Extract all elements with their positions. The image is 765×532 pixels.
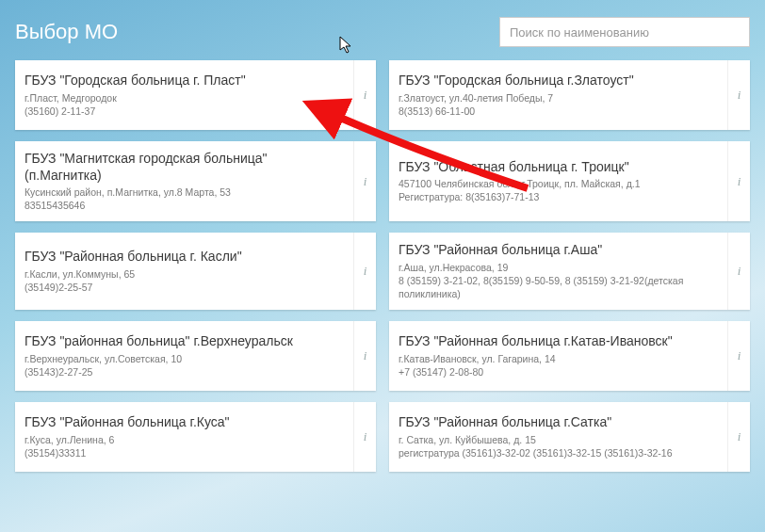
info-icon[interactable]: i xyxy=(727,60,750,130)
org-title: ГБУЗ "Районная больница г.Аша" xyxy=(399,242,720,259)
info-icon[interactable]: i xyxy=(727,321,750,391)
info-icon[interactable]: i xyxy=(353,321,376,391)
org-card[interactable]: ГБУЗ "Районная больница г.Куса" г.Куса, … xyxy=(15,402,376,472)
org-title: ГБУЗ "Городская больница г.Златоуст" xyxy=(399,73,720,89)
org-card[interactable]: ГБУЗ "Городская больница г.Златоуст" г.З… xyxy=(389,60,750,130)
org-address: г.Златоуст, ул.40-летия Победы, 7 xyxy=(399,91,720,105)
org-phone: 8 (35159) 3-21-02, 8(35159) 9-50-59, 8 (… xyxy=(399,274,720,300)
info-icon[interactable]: i xyxy=(353,60,376,130)
org-card[interactable]: ГБУЗ "Районная больница г.Сатка" г. Сатк… xyxy=(389,402,750,472)
search-input[interactable] xyxy=(510,25,740,40)
org-address: г.Верхнеуральск, ул.Советская, 10 xyxy=(24,352,346,365)
org-card[interactable]: ГБУЗ "Районная больница г. Касли" г.Касл… xyxy=(15,233,376,310)
org-phone: Регистратура: 8(35163)7-71-13 xyxy=(399,190,720,203)
org-title: ГБУЗ "Городская больница г. Пласт" xyxy=(24,73,346,89)
org-phone: (35149)2-25-57 xyxy=(24,281,346,294)
org-phone: (35154)33311 xyxy=(24,446,346,459)
org-address: г.Аша, ул.Некрасова, 19 xyxy=(399,261,720,274)
org-address: г.Катав-Ивановск, ул. Гагарина, 14 xyxy=(399,352,720,365)
org-address: г.Касли, ул.Коммуны, 65 xyxy=(24,267,346,281)
info-icon[interactable]: i xyxy=(727,233,750,310)
org-card[interactable]: ГБУЗ "Городская больница г. Пласт" г.Пла… xyxy=(15,60,376,130)
org-grid: ГБУЗ "Городская больница г. Пласт" г.Пла… xyxy=(0,60,765,487)
info-icon[interactable]: i xyxy=(727,402,750,472)
org-card[interactable]: ГБУЗ "Магнитская городская больница" (п.… xyxy=(15,141,376,221)
info-icon[interactable]: i xyxy=(353,141,376,221)
org-phone: +7 (35147) 2-08-80 xyxy=(399,365,720,379)
org-phone: регистратура (35161)3-32-02 (35161)3-32-… xyxy=(399,446,720,459)
org-title: ГБУЗ "районная больница" г.Верхнеуральск xyxy=(24,333,346,350)
info-icon[interactable]: i xyxy=(727,141,750,221)
search-container[interactable] xyxy=(499,17,750,47)
org-title: ГБУЗ "Магнитская городская больница" (п.… xyxy=(24,151,346,184)
org-card[interactable]: ГБУЗ "Районная больница г.Аша" г.Аша, ул… xyxy=(389,233,750,310)
org-address: г. Сатка, ул. Куйбышева, д. 15 xyxy=(399,433,720,446)
org-phone: 83515435646 xyxy=(24,199,346,212)
org-title: ГБУЗ "Районная больница г.Катав-Ивановск… xyxy=(399,333,720,350)
info-icon[interactable]: i xyxy=(353,402,376,472)
org-title: ГБУЗ "Районная больница г.Сатка" xyxy=(399,414,720,431)
page-title: Выбор МО xyxy=(15,20,118,44)
org-card[interactable]: ГБУЗ "Районная больница г.Катав-Ивановск… xyxy=(389,321,750,391)
org-phone: 8(3513) 66-11-00 xyxy=(399,105,720,118)
org-title: ГБУЗ "Районная больница г. Касли" xyxy=(24,249,346,266)
org-phone: (35160) 2-11-37 xyxy=(24,105,346,118)
org-title: ГБУЗ "Районная больница г.Куса" xyxy=(24,414,346,431)
org-title: ГБУЗ "Областная больница г. Троицк" xyxy=(399,159,720,176)
org-address: г.Пласт, Медгородок xyxy=(24,91,346,105)
org-card[interactable]: ГБУЗ "Областная больница г. Троицк" 4571… xyxy=(389,141,750,221)
org-address: г.Куса, ул.Ленина, 6 xyxy=(24,433,346,446)
org-address: 457100 Челябинская обл., г.Троицк, пл. М… xyxy=(399,177,720,190)
org-address: Кусинский район, п.Магнитка, ул.8 Марта,… xyxy=(24,185,346,199)
org-phone: (35143)2-27-25 xyxy=(24,365,346,379)
org-card[interactable]: ГБУЗ "районная больница" г.Верхнеуральск… xyxy=(15,321,376,391)
info-icon[interactable]: i xyxy=(353,233,376,310)
